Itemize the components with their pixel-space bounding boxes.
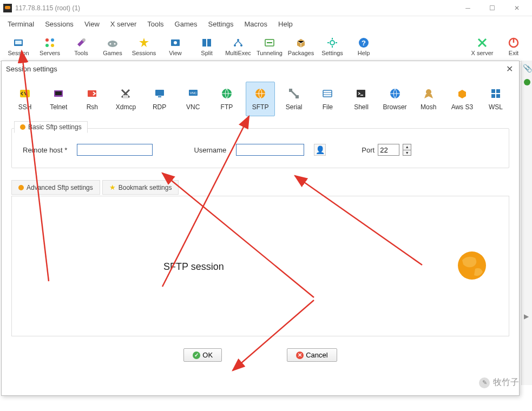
wsl-icon [489, 87, 502, 100]
toolbar-sessions-button[interactable]: Sessions [130, 33, 158, 60]
session-type-vnc[interactable]: VNCVNC [179, 82, 208, 116]
session-type-telnet[interactable]: Telnet [44, 82, 73, 116]
advanced-sftp-tab-label: Advanced Sftp settings [27, 184, 93, 191]
session-type-vnc-label: VNC [186, 103, 200, 111]
session-type-browser[interactable]: Browser [380, 82, 410, 116]
scroll-chevron-icon[interactable]: ▶ [524, 313, 529, 320]
session-type-wsl[interactable]: WSL [481, 82, 510, 116]
session-type-ftp[interactable]: FTP [212, 82, 241, 116]
ok-button[interactable]: ✓ OK [183, 348, 222, 362]
toolbar-help-button[interactable]: ?Help [350, 33, 378, 60]
basic-sftp-tab[interactable]: Basic Sftp settings [14, 121, 88, 133]
session-type-file[interactable]: File [313, 82, 342, 116]
username-label: Username [194, 146, 226, 154]
session-type-ssh-label: SSH [18, 103, 32, 111]
toolbar-packages-button[interactable]: Packages [287, 33, 315, 60]
session-type-serial[interactable]: Serial [279, 82, 308, 116]
session-type-xdmcp[interactable]: Xdmcp [111, 82, 140, 116]
svg-rect-45 [357, 90, 365, 97]
toolbar-view-button[interactable]: View [161, 33, 189, 60]
advanced-sftp-tab[interactable]: Advanced Sftp settings [11, 180, 100, 195]
session-type-rsh[interactable]: Rsh [77, 82, 107, 116]
session-type-ssh[interactable]: SSH [10, 82, 40, 116]
svg-text:?: ? [362, 39, 366, 47]
attachment-icon[interactable]: 📎 [523, 64, 532, 72]
menu-help[interactable]: Help [273, 18, 298, 30]
svg-rect-42 [323, 90, 332, 97]
session-type-shell[interactable]: Shell [346, 82, 376, 116]
menu-sessions[interactable]: Sessions [40, 18, 79, 30]
menu-x-server[interactable]: X server [105, 18, 142, 30]
watermark-icon: ✎ [479, 377, 490, 388]
rdp-icon [153, 87, 166, 100]
svg-point-11 [174, 41, 177, 44]
macro-dot-icon[interactable] [524, 79, 530, 85]
toolbar-servers-label: Servers [40, 50, 60, 56]
app-icon [3, 4, 12, 12]
window-close-button[interactable]: ✕ [504, 0, 529, 16]
toolbar-exit-button[interactable]: Exit [500, 33, 528, 60]
mosh-icon [422, 87, 435, 100]
svg-text:VNC: VNC [189, 91, 196, 95]
svg-rect-40 [289, 89, 292, 92]
menu-macros[interactable]: Macros [239, 18, 273, 30]
svg-point-5 [51, 44, 54, 47]
toolbar-multiexec-button[interactable]: MultiExec [224, 33, 252, 60]
session-type-mosh[interactable]: Mosh [414, 82, 443, 116]
menu-terminal[interactable]: Terminal [2, 18, 40, 30]
x-icon: ✕ [296, 352, 304, 359]
toolbar-xserver-label: X server [471, 50, 494, 56]
toolbar-settings-label: Settings [321, 50, 343, 56]
toolbar-tunneling-button[interactable]: Tunneling [255, 33, 284, 60]
svg-rect-29 [55, 91, 62, 95]
toolbar-servers-button[interactable]: Servers [36, 33, 64, 60]
check-icon: ✓ [193, 352, 200, 359]
toolbar-session-button[interactable]: Session [4, 33, 32, 60]
browser-icon [389, 87, 402, 100]
session-type-mosh-label: Mosh [421, 103, 436, 111]
window-titlebar: 117.78.8.115 (root) (1) ─ ☐ ✕ [0, 0, 532, 16]
toolbar-tools-button[interactable]: Tools [67, 33, 95, 60]
window-maximize-button[interactable]: ☐ [480, 0, 504, 16]
session-type-rsh-label: Rsh [87, 103, 98, 111]
menu-view[interactable]: View [79, 18, 105, 30]
toolbar-games-button[interactable]: Games [98, 33, 127, 60]
port-spin-down[interactable]: ▼ [403, 150, 411, 156]
vnc-icon: VNC [187, 87, 200, 100]
toolbar-split-button[interactable]: Split [193, 33, 221, 60]
port-spin-up[interactable]: ▲ [403, 144, 411, 150]
toolbar-settings-button[interactable]: Settings [318, 33, 346, 60]
cancel-button[interactable]: ✕ Cancel [287, 348, 337, 362]
session-type-awss3[interactable]: Aws S3 [448, 82, 477, 116]
toolbar-xserver-button[interactable]: X server [468, 33, 496, 60]
bullet-icon [18, 185, 24, 190]
bookmark-settings-tab[interactable]: ★ Bookmark settings [102, 180, 179, 195]
menu-tools[interactable]: Tools [142, 18, 169, 30]
right-sidebar: 📎 ▶ [521, 61, 532, 385]
session-type-rdp[interactable]: RDP [145, 82, 174, 116]
dialog-close-button[interactable]: ✕ [504, 63, 515, 74]
svg-point-9 [114, 43, 116, 44]
basic-sftp-tab-label: Basic Sftp settings [28, 123, 82, 131]
session-type-serial-label: Serial [286, 103, 303, 111]
remote-host-input[interactable] [77, 144, 153, 156]
advanced-tabs-row: Advanced Sftp settings ★ Bookmark settin… [11, 180, 509, 195]
file-icon [321, 87, 334, 100]
menu-settings[interactable]: Settings [203, 18, 239, 30]
sessions-icon [138, 37, 150, 49]
port-input[interactable] [378, 144, 399, 156]
svg-point-2 [45, 38, 49, 42]
toolbar-tunneling-label: Tunneling [257, 50, 283, 56]
settings-icon [326, 37, 338, 49]
main-toolbar: SessionServersToolsGamesSessionsViewSpli… [0, 31, 532, 62]
menu-games[interactable]: Games [169, 18, 203, 30]
port-spinner[interactable]: ▲ ▼ [403, 144, 411, 156]
svg-point-14 [237, 39, 239, 41]
svg-point-18 [330, 41, 334, 45]
session-preview-label: SFTP session [163, 261, 224, 273]
user-picker-button[interactable]: 👤 [314, 144, 326, 156]
window-minimize-button[interactable]: ─ [456, 0, 480, 16]
session-preview-area: SFTP session [11, 196, 509, 336]
session-type-sftp[interactable]: SFTP [246, 82, 275, 116]
username-input[interactable] [236, 144, 304, 156]
